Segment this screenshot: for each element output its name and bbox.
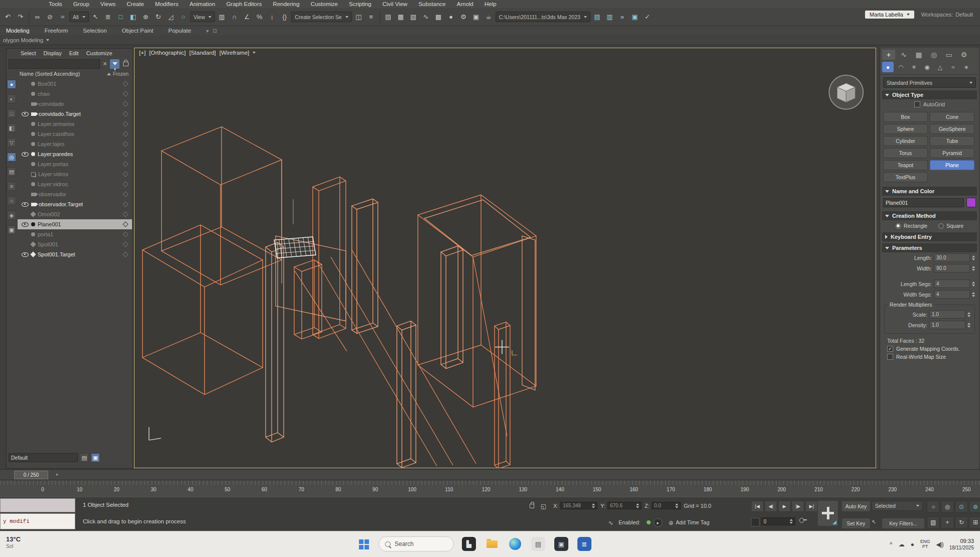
frozen-toggle-icon[interactable] <box>122 81 128 86</box>
curve-editor-icon[interactable]: ∿ <box>420 11 432 23</box>
object-type-box[interactable]: Box <box>883 112 928 122</box>
tab-create-icon[interactable]: + <box>882 50 895 60</box>
object-type-pyramid[interactable]: Pyramid <box>930 148 974 158</box>
explorer-filter-containers-icon[interactable]: ○ <box>7 196 16 205</box>
frozen-toggle-icon[interactable] <box>122 241 128 247</box>
add-time-tag[interactable]: Add Time Tag <box>676 519 709 525</box>
scene-explorer-toggle-icon[interactable]: ▤ <box>383 11 394 23</box>
set-key-button[interactable]: Set Key <box>841 518 871 529</box>
rollout-object-type[interactable]: Object Type <box>882 90 977 99</box>
explorer-menu-display[interactable]: Display <box>44 50 62 56</box>
zoom-extents-icon[interactable]: ⊙ <box>955 501 968 513</box>
frozen-toggle-icon[interactable] <box>122 161 128 167</box>
explorer-filter-bones-icon[interactable]: ≡ <box>7 182 16 191</box>
explorer-filter-all-icon[interactable]: ● <box>7 80 16 89</box>
toolbar-overflow-icon[interactable]: » <box>617 11 628 23</box>
explorer-row-layer-caixilhos[interactable]: Layer:caixilhos <box>18 129 132 139</box>
frozen-toggle-icon[interactable] <box>122 151 128 157</box>
eye-icon[interactable] <box>22 152 29 157</box>
menu-item-civil-view[interactable]: Civil View <box>377 1 413 7</box>
angle-snap-icon[interactable]: ∠ <box>241 11 253 23</box>
reference-coordinate-dropdown[interactable]: View <box>190 12 215 22</box>
orbit-icon[interactable]: ↻ <box>955 516 968 528</box>
select-scale-icon[interactable]: ◿ <box>165 11 177 23</box>
menu-item-help[interactable]: Help <box>479 1 502 7</box>
maxscript-mini-listener[interactable]: y modifi <box>0 498 75 529</box>
explorer-row-observador[interactable]: observador <box>18 189 132 199</box>
ribbon-tab-selection[interactable]: Selection <box>83 28 106 34</box>
x-coordinate-field[interactable]: 165.348 <box>560 502 597 509</box>
spinner-snap-icon[interactable]: ↕ <box>266 11 278 23</box>
object-type-tube[interactable]: Tube <box>930 136 974 146</box>
zoom-icon[interactable]: ○ <box>927 501 940 513</box>
object-type-geosphere[interactable]: GeoSphere <box>930 124 974 134</box>
ribbon-tab-populate[interactable]: Populate <box>168 28 191 34</box>
select-link-icon[interactable]: ∞ <box>32 11 43 23</box>
layer-list-icon[interactable]: ▤ <box>591 11 603 23</box>
align-icon[interactable]: ≡ <box>365 11 377 23</box>
object-type-textplus[interactable]: TextPlus <box>883 172 928 182</box>
rollout-creation-method[interactable]: Creation Method <box>882 211 977 220</box>
go-to-start-icon[interactable]: |◀ <box>751 501 764 512</box>
current-frame-field[interactable]: 0 <box>761 517 795 525</box>
render-production-icon[interactable]: ☕ <box>483 11 495 23</box>
menu-item-graph-editors[interactable]: Graph Editors <box>221 1 268 7</box>
explorer-row-plane001[interactable]: Plane001 <box>18 219 132 229</box>
y-coordinate-field[interactable]: 670.6 <box>607 502 642 509</box>
spinner-icon[interactable] <box>967 312 970 317</box>
explorer-row-box001[interactable]: Box001 <box>18 79 132 89</box>
frozen-toggle-icon[interactable] <box>122 111 128 116</box>
param-field-scale[interactable]: 1.0 <box>929 310 965 319</box>
eye-icon[interactable] <box>22 252 29 257</box>
viewport[interactable]: [+] [Orthographic] [Standard] [Wireframe… <box>134 48 876 468</box>
object-color-swatch[interactable] <box>966 198 976 207</box>
named-selection-sets-icon[interactable]: {} <box>279 11 290 23</box>
go-to-end-icon[interactable]: ▶| <box>805 501 818 512</box>
bind-spacewarp-icon[interactable]: ≈ <box>57 11 68 23</box>
layer-explorer-toggle-icon[interactable]: ▦ <box>395 11 407 23</box>
zoom-all-icon[interactable]: ◎ <box>941 501 954 513</box>
explorer-menu-select[interactable]: Select <box>21 50 36 56</box>
select-move-icon[interactable]: ⊕ <box>140 11 152 23</box>
redo-icon[interactable]: ↷ <box>15 11 26 23</box>
explorer-settings-icon[interactable]: ▣ <box>91 453 100 462</box>
explorer-row-porta1[interactable]: porta1 <box>18 229 132 239</box>
cat-spacewarps-icon[interactable]: ≈ <box>947 62 959 72</box>
frozen-toggle-icon[interactable] <box>122 171 128 177</box>
tray-chevron-icon[interactable]: ^ <box>890 541 893 548</box>
cat-cameras-icon[interactable]: ◉ <box>921 62 933 72</box>
menu-item-animation[interactable]: Animation <box>184 1 220 7</box>
auto-key-button[interactable]: Auto Key <box>841 501 871 512</box>
menu-item-views[interactable]: Views <box>95 1 121 7</box>
explorer-column-header[interactable]: Name (Sorted Ascending) Frozen <box>7 70 133 78</box>
search-input[interactable]: Search <box>379 536 454 551</box>
clock[interactable]: 09:33 18/11/2025 <box>949 538 974 551</box>
material-editor-icon[interactable]: ● <box>445 11 457 23</box>
tab-hierarchy-icon[interactable]: ▦ <box>912 50 925 60</box>
render-setup-icon[interactable]: ⚙ <box>458 11 469 23</box>
select-place-icon[interactable]: ○ <box>178 11 189 23</box>
named-selection-dropdown[interactable]: Create Selection Se <box>291 12 351 22</box>
check-circle-icon[interactable]: ✓ <box>642 11 653 23</box>
mirror-icon[interactable]: ◫ <box>353 11 364 23</box>
timeline-curve-icon[interactable]: ∿ <box>606 518 615 527</box>
key-filter-pointer-icon[interactable]: ↖ <box>872 519 876 525</box>
explorer-row-chao[interactable]: chao <box>18 89 132 99</box>
spinner-icon[interactable] <box>967 323 970 328</box>
menu-item-create[interactable]: Create <box>121 1 150 7</box>
object-type-plane[interactable]: Plane <box>930 160 974 170</box>
ribbon-tab-freeform[interactable]: Freeform <box>45 28 68 34</box>
user-account-button[interactable]: Marta Labella <box>865 11 914 19</box>
explorer-filter-xref-icon[interactable]: ▣ <box>7 225 16 234</box>
explorer-row-observador-target[interactable]: observador.Target <box>18 199 132 209</box>
autogrid-checkbox[interactable] <box>914 101 920 107</box>
viewport-shading-label[interactable]: [Wireframe] <box>219 50 249 56</box>
key-mode-dropdown[interactable]: Selected <box>872 501 923 511</box>
creation-method-square[interactable]: Square <box>938 223 963 229</box>
explorer-filter-geometry-icon[interactable]: ◐ <box>7 94 16 103</box>
explorer-row-spot001[interactable]: Spot001 <box>18 239 132 249</box>
clear-search-icon[interactable]: ✕ <box>101 61 108 67</box>
select-by-name-icon[interactable]: ≣ <box>102 11 114 23</box>
frozen-toggle-icon[interactable] <box>122 141 128 147</box>
explorer-row-omni002[interactable]: Omni002 <box>18 209 132 219</box>
